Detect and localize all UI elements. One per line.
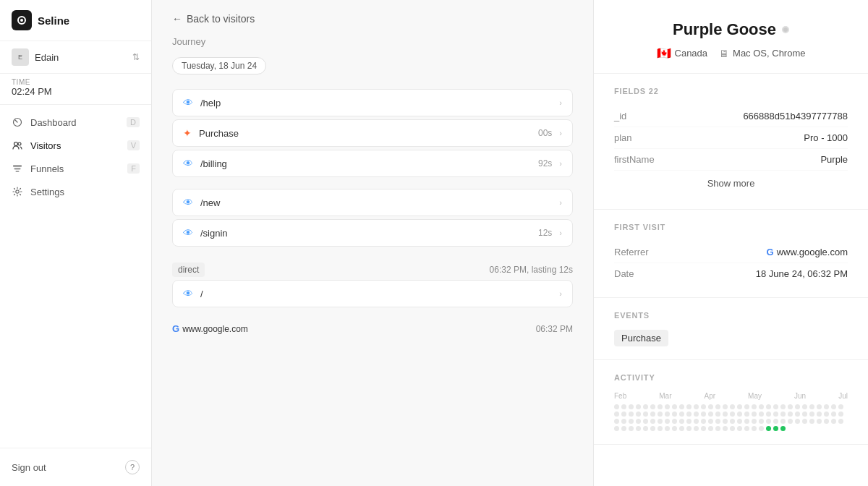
activity-dot bbox=[744, 404, 749, 409]
journey-item-new[interactable]: 👁 /new › bbox=[172, 189, 573, 216]
svg-point-10 bbox=[16, 190, 19, 193]
right-panel: Purple Goose 🇨🇦 Canada 🖥 Mac OS, Chrome … bbox=[593, 0, 868, 486]
arrow-left-icon: ← bbox=[172, 13, 182, 25]
activity-dot bbox=[658, 404, 663, 409]
activity-dot bbox=[715, 419, 720, 424]
date-badge: Tuesday, 18 Jun 24 bbox=[172, 57, 266, 74]
referrer-domain: www.google.com bbox=[182, 324, 248, 334]
activity-dot bbox=[773, 404, 778, 409]
activity-dot bbox=[701, 412, 706, 417]
activity-grid bbox=[614, 404, 848, 431]
activity-dot bbox=[730, 419, 735, 424]
eye-icon: 👁 bbox=[183, 197, 193, 208]
journey-item-help[interactable]: 👁 /help › bbox=[172, 89, 573, 116]
field-name: firstName bbox=[614, 154, 820, 165]
activity-dot bbox=[650, 426, 655, 431]
sign-out-button[interactable]: Sign out bbox=[12, 462, 46, 473]
activity-dot bbox=[636, 426, 641, 431]
activity-dot bbox=[658, 426, 663, 431]
event-icon: ✦ bbox=[183, 127, 192, 139]
user-name: Edain bbox=[35, 52, 127, 63]
activity-dot bbox=[817, 404, 822, 409]
journey-session-1: 👁 /help › ✦ Purchase 00s › 👁 /billing 92… bbox=[172, 89, 573, 177]
journey-path: / bbox=[200, 289, 552, 299]
country-flag: 🇨🇦 bbox=[657, 46, 671, 60]
svg-point-1 bbox=[20, 19, 23, 22]
activity-dot bbox=[614, 412, 619, 417]
nav-key: F bbox=[127, 163, 140, 174]
app-name: Seline bbox=[38, 14, 69, 27]
help-button[interactable]: ? bbox=[125, 460, 140, 474]
activity-dot bbox=[701, 419, 706, 424]
activity-dot bbox=[665, 412, 670, 417]
activity-dot bbox=[838, 412, 843, 417]
activity-dot bbox=[773, 419, 778, 424]
activity-dot bbox=[759, 412, 764, 417]
activity-dot bbox=[773, 426, 778, 431]
back-to-visitors-link[interactable]: ← Back to visitors bbox=[172, 13, 573, 25]
activity-dot bbox=[773, 412, 778, 417]
activity-dot bbox=[824, 412, 829, 417]
sidebar-item-funnels[interactable]: Funnels F bbox=[0, 157, 151, 180]
activity-dot bbox=[679, 426, 684, 431]
activity-dot bbox=[643, 426, 648, 431]
date-value: 18 June 24, 06:32 PM bbox=[756, 268, 848, 279]
activity-dot bbox=[809, 419, 814, 424]
session-time-2: 06:32 PM bbox=[536, 324, 573, 334]
activity-dot bbox=[658, 412, 663, 417]
sidebar-item-settings[interactable]: Settings bbox=[0, 180, 151, 203]
time-display: TIME 02:24 PM bbox=[0, 74, 151, 105]
journey-item-signin[interactable]: 👁 /signin 12s › bbox=[172, 219, 573, 247]
show-more-button[interactable]: Show more bbox=[614, 171, 848, 196]
activity-dot bbox=[665, 426, 670, 431]
sidebar-item-label: Funnels bbox=[30, 163, 64, 174]
journey-path: /help bbox=[200, 98, 552, 108]
activity-dot bbox=[686, 412, 692, 417]
activity-dot bbox=[780, 419, 786, 424]
svg-point-6 bbox=[18, 142, 21, 145]
chevron-down-icon: › bbox=[559, 198, 562, 207]
first-visit-label: FIRST VISIT bbox=[614, 223, 848, 231]
activity-dot bbox=[795, 404, 800, 409]
logo-icon bbox=[12, 10, 32, 30]
google-icon: G bbox=[172, 323, 179, 334]
field-value: Purple bbox=[820, 154, 848, 165]
first-visit-referrer: Referrer G www.google.com bbox=[614, 242, 848, 263]
activity-dot bbox=[708, 426, 713, 431]
journey-duration: 00s bbox=[538, 128, 552, 138]
journey-item-billing[interactable]: 👁 /billing 92s › bbox=[172, 150, 573, 177]
activity-dot bbox=[694, 426, 699, 431]
activity-dot bbox=[737, 404, 742, 409]
user-selector[interactable]: E Edain ⇅ bbox=[0, 41, 151, 74]
sidebar-item-dashboard[interactable]: Dashboard D bbox=[0, 111, 151, 134]
session-info: direct 06:32 PM, lasting 12s bbox=[172, 258, 573, 280]
svg-point-5 bbox=[14, 142, 18, 146]
activity-dot bbox=[817, 412, 822, 417]
activity-dot bbox=[824, 419, 829, 424]
nav-key: V bbox=[127, 140, 140, 150]
journey-path: /signin bbox=[200, 228, 531, 239]
activity-dot bbox=[665, 419, 670, 424]
journey-item-root[interactable]: 👁 / › bbox=[172, 280, 573, 307]
activity-dot bbox=[780, 412, 786, 417]
activity-dot bbox=[737, 426, 742, 431]
visitor-name: Purple Goose bbox=[673, 20, 776, 39]
activity-dot bbox=[730, 412, 735, 417]
month-jul: Jul bbox=[838, 392, 848, 400]
month-jun: Jun bbox=[794, 392, 806, 400]
activity-dot bbox=[802, 419, 807, 424]
eye-icon: 👁 bbox=[183, 97, 193, 108]
month-labels: Feb Mar Apr May Jun Jul bbox=[614, 392, 848, 400]
sidebar-item-visitors[interactable]: Visitors V bbox=[0, 134, 151, 157]
activity-dot bbox=[686, 404, 692, 409]
visitors-icon bbox=[12, 140, 23, 151]
activity-dot bbox=[759, 404, 764, 409]
sidebar-bottom: Sign out ? bbox=[0, 448, 151, 486]
journey-item-purchase[interactable]: ✦ Purchase 00s › bbox=[172, 119, 573, 147]
activity-dot bbox=[766, 426, 771, 431]
activity-dot bbox=[614, 419, 619, 424]
time-label: TIME bbox=[12, 78, 140, 86]
event-tag: Purchase bbox=[614, 330, 668, 346]
fields-label: FIELDS 22 bbox=[614, 87, 848, 95]
activity-dot bbox=[715, 412, 720, 417]
